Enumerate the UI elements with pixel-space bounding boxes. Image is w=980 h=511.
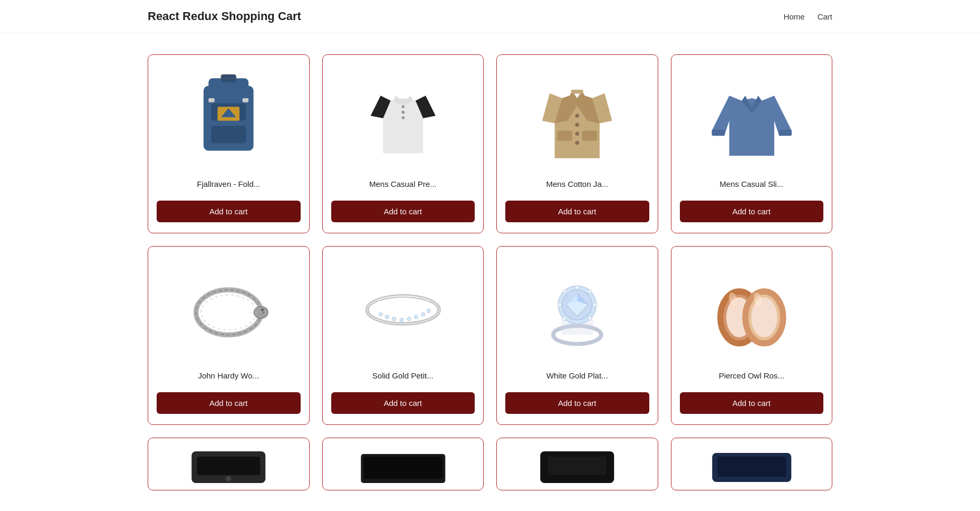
svg-point-45 (593, 303, 597, 307)
product-image-1 (157, 71, 301, 166)
product-title-2: Mens Casual Pre... (369, 179, 437, 191)
svg-point-48 (558, 303, 562, 307)
svg-point-33 (399, 318, 403, 322)
add-to-cart-button-2[interactable]: Add to cart (331, 201, 475, 222)
product-card-11-partial (496, 438, 658, 490)
navbar: React Redux Shopping Cart Home Cart (0, 0, 980, 33)
product-title-7: White Gold Plat... (546, 371, 608, 383)
product-image-3 (505, 71, 649, 166)
svg-point-38 (378, 296, 428, 306)
nav-cart[interactable]: Cart (818, 12, 832, 21)
svg-rect-20 (712, 130, 725, 136)
product-image-5 (157, 262, 301, 357)
product-card-12-partial (671, 438, 833, 490)
svg-point-15 (575, 132, 579, 136)
svg-point-35 (414, 315, 418, 319)
svg-point-56 (751, 297, 777, 337)
product-card-6: Solid Gold Petit... Add to cart (322, 246, 484, 425)
product-image-2 (331, 71, 475, 166)
product-card-1: Fjallraven - Fold... Add to cart (148, 54, 310, 233)
svg-point-26 (263, 312, 265, 314)
product-card-10-partial (322, 438, 484, 490)
svg-rect-18 (582, 131, 597, 141)
svg-rect-63 (363, 457, 443, 479)
product-image-container-6 (331, 257, 475, 363)
product-image-10 (331, 449, 475, 486)
product-image-12 (680, 449, 824, 486)
add-to-cart-button-3[interactable]: Add to cart (505, 201, 649, 222)
svg-rect-8 (208, 98, 214, 102)
product-card-4: Mens Casual Sli... Add to cart (671, 54, 833, 233)
add-to-cart-button-7[interactable]: Add to cart (505, 392, 649, 414)
product-image-container-3 (505, 65, 649, 171)
product-title-1: Fjallraven - Fold... (197, 179, 260, 191)
svg-point-49 (563, 316, 567, 320)
svg-point-34 (407, 317, 411, 321)
product-card-5: John Hardy Wo... Add to cart (148, 246, 310, 425)
app-brand: React Redux Shopping Cart (148, 10, 301, 23)
svg-point-44 (588, 289, 592, 294)
nav-links: Home Cart (784, 12, 832, 21)
svg-point-14 (575, 123, 579, 127)
products-row-1: Fjallraven - Fold... Add to cart (148, 54, 832, 233)
add-to-cart-button-5[interactable]: Add to cart (157, 392, 301, 414)
product-image-container-1 (157, 65, 301, 171)
svg-rect-17 (557, 131, 572, 141)
products-row-3-partial (148, 438, 832, 490)
svg-point-30 (378, 313, 382, 317)
svg-point-10 (401, 105, 405, 108)
svg-rect-3 (221, 75, 236, 79)
svg-point-27 (201, 295, 256, 330)
product-card-7: White Gold Plat... Add to cart (496, 246, 658, 425)
add-to-cart-button-6[interactable]: Add to cart (331, 392, 475, 414)
svg-rect-67 (717, 457, 786, 477)
add-to-cart-button-1[interactable]: Add to cart (157, 201, 301, 222)
product-title-5: John Hardy Wo... (198, 371, 259, 383)
svg-point-32 (392, 317, 396, 321)
product-title-4: Mens Casual Sli... (719, 179, 783, 191)
svg-point-47 (563, 289, 567, 294)
product-image-container-4 (680, 65, 824, 171)
product-image-9 (157, 449, 301, 486)
svg-rect-9 (243, 98, 248, 102)
product-title-3: Mens Cotton Ja... (546, 179, 608, 191)
products-row-2: John Hardy Wo... Add to cart (148, 246, 832, 425)
svg-point-25 (261, 308, 264, 311)
svg-rect-21 (779, 130, 792, 136)
svg-rect-65 (548, 457, 606, 475)
nav-home[interactable]: Home (784, 12, 805, 21)
product-title-8: Pierced Owl Ros... (719, 371, 784, 383)
svg-point-43 (575, 286, 579, 290)
product-image-6 (331, 262, 475, 357)
svg-rect-19 (571, 90, 583, 94)
product-card-2: Mens Casual Pre... Add to cart (322, 54, 484, 233)
svg-point-36 (421, 313, 425, 317)
svg-point-24 (254, 306, 268, 318)
product-image-11 (505, 449, 649, 486)
svg-point-13 (575, 113, 579, 118)
product-image-container-7 (505, 257, 649, 363)
product-image-4 (680, 71, 824, 166)
svg-rect-60 (197, 457, 260, 475)
svg-point-16 (575, 141, 579, 145)
product-image-container-2 (331, 65, 475, 171)
svg-point-11 (401, 111, 405, 114)
svg-point-37 (426, 309, 430, 313)
product-image-8 (680, 262, 824, 357)
svg-rect-4 (211, 126, 246, 143)
svg-point-61 (226, 476, 231, 481)
svg-point-46 (588, 316, 592, 320)
product-title-6: Solid Gold Petit... (372, 371, 434, 383)
add-to-cart-button-8[interactable]: Add to cart (680, 392, 824, 414)
add-to-cart-button-4[interactable]: Add to cart (680, 201, 824, 222)
product-card-3: Mens Cotton Ja... Add to cart (496, 54, 658, 233)
product-image-container-8 (680, 257, 824, 363)
product-card-9-partial (148, 438, 310, 490)
svg-point-12 (401, 116, 405, 119)
product-image-7 (505, 262, 649, 357)
svg-point-31 (385, 315, 389, 319)
product-card-8: Pierced Owl Ros... Add to cart (671, 246, 833, 425)
main-content: Fjallraven - Fold... Add to cart (0, 33, 980, 511)
product-image-container-5 (157, 257, 301, 363)
